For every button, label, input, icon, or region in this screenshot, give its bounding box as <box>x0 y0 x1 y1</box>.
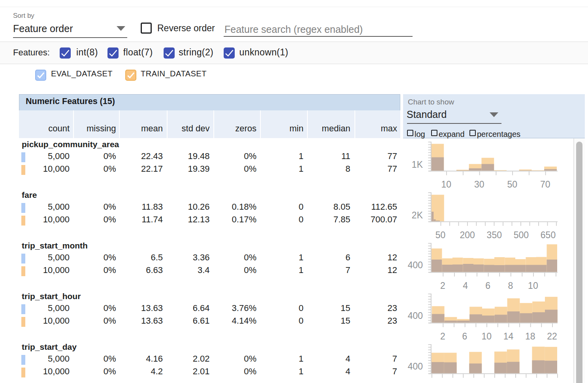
svg-text:10: 10 <box>481 331 492 341</box>
svg-text:18: 18 <box>525 331 535 341</box>
svg-text:10: 10 <box>441 179 451 190</box>
svg-text:50: 50 <box>435 230 446 240</box>
svg-text:22: 22 <box>547 331 557 341</box>
svg-text:10: 10 <box>528 281 538 291</box>
svg-text:50: 50 <box>507 179 517 190</box>
svg-text:2: 2 <box>440 281 445 291</box>
svg-text:500: 500 <box>514 230 529 240</box>
svg-text:650: 650 <box>541 230 556 240</box>
svg-text:350: 350 <box>487 230 502 240</box>
svg-text:8: 8 <box>508 281 513 291</box>
svg-text:30: 30 <box>474 179 484 190</box>
svg-text:4: 4 <box>463 281 468 291</box>
svg-text:6: 6 <box>462 331 467 341</box>
svg-text:200: 200 <box>460 230 475 240</box>
svg-text:400: 400 <box>408 311 423 321</box>
svg-text:1K: 1K <box>412 159 423 170</box>
svg-text:400: 400 <box>408 260 423 270</box>
svg-text:2K: 2K <box>412 210 423 220</box>
svg-text:70: 70 <box>540 179 550 190</box>
svg-text:6: 6 <box>485 281 490 291</box>
svg-text:2: 2 <box>440 331 445 341</box>
svg-text:400: 400 <box>408 361 423 372</box>
svg-text:14: 14 <box>503 331 514 341</box>
